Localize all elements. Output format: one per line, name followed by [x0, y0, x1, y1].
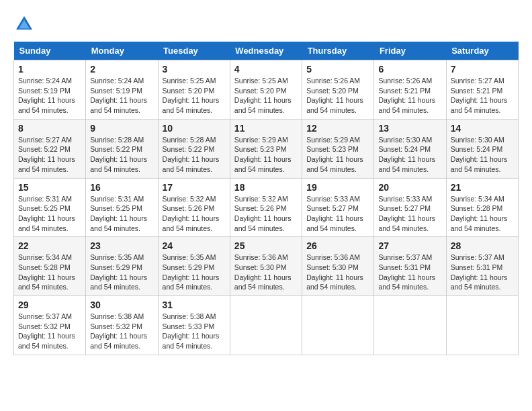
calendar-cell: 28 Sunrise: 5:37 AMSunset: 5:31 PMDaylig… — [446, 237, 518, 296]
day-number: 10 — [163, 123, 226, 134]
day-info: Sunrise: 5:30 AMSunset: 5:24 PMDaylight:… — [378, 136, 435, 173]
calendar-cell: 10 Sunrise: 5:28 AMSunset: 5:22 PMDaylig… — [158, 119, 230, 178]
calendar-cell: 17 Sunrise: 5:32 AMSunset: 5:26 PMDaylig… — [158, 178, 230, 237]
day-info: Sunrise: 5:26 AMSunset: 5:21 PMDaylight:… — [378, 77, 435, 114]
day-info: Sunrise: 5:34 AMSunset: 5:28 PMDaylight:… — [451, 195, 508, 232]
calendar-cell: 9 Sunrise: 5:28 AMSunset: 5:22 PMDayligh… — [86, 119, 158, 178]
calendar-cell — [302, 296, 374, 355]
day-number: 30 — [90, 300, 153, 310]
calendar-cell — [230, 296, 302, 355]
day-number: 19 — [306, 182, 369, 193]
day-number: 6 — [378, 64, 441, 75]
day-number: 28 — [451, 240, 514, 251]
day-info: Sunrise: 5:27 AMSunset: 5:21 PMDaylight:… — [451, 77, 508, 114]
day-number: 1 — [18, 64, 81, 75]
day-info: Sunrise: 5:32 AMSunset: 5:26 PMDaylight:… — [234, 195, 292, 232]
calendar-cell: 5 Sunrise: 5:26 AMSunset: 5:20 PMDayligh… — [302, 60, 374, 120]
calendar-cell: 12 Sunrise: 5:29 AMSunset: 5:23 PMDaylig… — [302, 119, 374, 178]
day-number: 14 — [451, 123, 514, 134]
day-number: 13 — [378, 123, 441, 134]
calendar-cell: 6 Sunrise: 5:26 AMSunset: 5:21 PMDayligh… — [374, 60, 446, 120]
calendar-cell: 11 Sunrise: 5:29 AMSunset: 5:23 PMDaylig… — [230, 119, 302, 178]
day-info: Sunrise: 5:33 AMSunset: 5:27 PMDaylight:… — [306, 195, 363, 232]
weekday-header-friday: Friday — [374, 42, 446, 60]
calendar-cell: 25 Sunrise: 5:36 AMSunset: 5:30 PMDaylig… — [230, 237, 302, 296]
day-info: Sunrise: 5:37 AMSunset: 5:31 PMDaylight:… — [451, 253, 508, 291]
day-number: 21 — [451, 182, 514, 193]
day-number: 20 — [378, 182, 441, 193]
calendar-cell: 16 Sunrise: 5:31 AMSunset: 5:25 PMDaylig… — [86, 178, 158, 237]
day-number: 9 — [90, 123, 153, 134]
weekday-header-saturday: Saturday — [446, 42, 518, 60]
weekday-header-tuesday: Tuesday — [158, 42, 230, 60]
day-info: Sunrise: 5:30 AMSunset: 5:24 PMDaylight:… — [451, 136, 508, 173]
day-info: Sunrise: 5:31 AMSunset: 5:25 PMDaylight:… — [18, 195, 75, 232]
day-info: Sunrise: 5:35 AMSunset: 5:29 PMDaylight:… — [163, 253, 220, 291]
day-info: Sunrise: 5:31 AMSunset: 5:25 PMDaylight:… — [90, 195, 147, 232]
calendar-cell — [446, 296, 518, 355]
day-info: Sunrise: 5:36 AMSunset: 5:30 PMDaylight:… — [234, 253, 292, 291]
day-number: 16 — [90, 182, 153, 193]
calendar-cell: 14 Sunrise: 5:30 AMSunset: 5:24 PMDaylig… — [446, 119, 518, 178]
weekday-header-wednesday: Wednesday — [230, 42, 302, 60]
day-info: Sunrise: 5:26 AMSunset: 5:20 PMDaylight:… — [306, 77, 363, 114]
day-info: Sunrise: 5:38 AMSunset: 5:33 PMDaylight:… — [163, 312, 220, 350]
day-number: 29 — [18, 300, 81, 310]
day-number: 23 — [90, 240, 153, 251]
day-info: Sunrise: 5:33 AMSunset: 5:27 PMDaylight:… — [378, 195, 435, 232]
day-number: 25 — [234, 240, 298, 251]
calendar-cell: 3 Sunrise: 5:25 AMSunset: 5:20 PMDayligh… — [158, 60, 230, 120]
day-number: 7 — [451, 64, 514, 75]
calendar-cell — [374, 296, 446, 355]
weekday-header-monday: Monday — [86, 42, 158, 60]
page-header — [13, 13, 519, 35]
day-number: 3 — [163, 64, 226, 75]
day-info: Sunrise: 5:37 AMSunset: 5:31 PMDaylight:… — [378, 253, 435, 291]
day-number: 11 — [234, 123, 298, 134]
day-number: 15 — [18, 182, 81, 193]
calendar-cell: 1 Sunrise: 5:24 AMSunset: 5:19 PMDayligh… — [14, 60, 86, 120]
calendar-cell: 8 Sunrise: 5:27 AMSunset: 5:22 PMDayligh… — [14, 119, 86, 178]
day-number: 22 — [18, 240, 81, 251]
calendar-cell: 20 Sunrise: 5:33 AMSunset: 5:27 PMDaylig… — [374, 178, 446, 237]
day-number: 2 — [90, 64, 153, 75]
day-info: Sunrise: 5:37 AMSunset: 5:32 PMDaylight:… — [18, 312, 75, 350]
day-number: 18 — [234, 182, 298, 193]
day-info: Sunrise: 5:35 AMSunset: 5:29 PMDaylight:… — [90, 253, 147, 291]
calendar-cell: 4 Sunrise: 5:25 AMSunset: 5:20 PMDayligh… — [230, 60, 302, 120]
day-info: Sunrise: 5:32 AMSunset: 5:26 PMDaylight:… — [163, 195, 220, 232]
calendar-cell: 24 Sunrise: 5:35 AMSunset: 5:29 PMDaylig… — [158, 237, 230, 296]
day-info: Sunrise: 5:24 AMSunset: 5:19 PMDaylight:… — [90, 77, 147, 114]
calendar-cell: 13 Sunrise: 5:30 AMSunset: 5:24 PMDaylig… — [374, 119, 446, 178]
day-info: Sunrise: 5:25 AMSunset: 5:20 PMDaylight:… — [234, 77, 292, 114]
calendar-cell: 7 Sunrise: 5:27 AMSunset: 5:21 PMDayligh… — [446, 60, 518, 120]
day-number: 12 — [306, 123, 369, 134]
day-number: 8 — [18, 123, 81, 134]
day-info: Sunrise: 5:25 AMSunset: 5:20 PMDaylight:… — [163, 77, 220, 114]
day-info: Sunrise: 5:29 AMSunset: 5:23 PMDaylight:… — [234, 136, 292, 173]
day-info: Sunrise: 5:34 AMSunset: 5:28 PMDaylight:… — [18, 253, 75, 291]
day-number: 26 — [306, 240, 369, 251]
calendar-cell: 18 Sunrise: 5:32 AMSunset: 5:26 PMDaylig… — [230, 178, 302, 237]
calendar-cell: 31 Sunrise: 5:38 AMSunset: 5:33 PMDaylig… — [158, 296, 230, 355]
day-number: 5 — [306, 64, 369, 75]
day-number: 27 — [378, 240, 441, 251]
day-number: 4 — [234, 64, 298, 75]
calendar-cell: 26 Sunrise: 5:36 AMSunset: 5:30 PMDaylig… — [302, 237, 374, 296]
day-info: Sunrise: 5:24 AMSunset: 5:19 PMDaylight:… — [18, 77, 75, 114]
day-number: 31 — [163, 300, 226, 310]
calendar-cell: 29 Sunrise: 5:37 AMSunset: 5:32 PMDaylig… — [14, 296, 86, 355]
weekday-header-thursday: Thursday — [302, 42, 374, 60]
day-info: Sunrise: 5:29 AMSunset: 5:23 PMDaylight:… — [306, 136, 363, 173]
calendar-cell: 15 Sunrise: 5:31 AMSunset: 5:25 PMDaylig… — [14, 178, 86, 237]
calendar-cell: 21 Sunrise: 5:34 AMSunset: 5:28 PMDaylig… — [446, 178, 518, 237]
logo — [13, 13, 39, 35]
calendar-cell: 22 Sunrise: 5:34 AMSunset: 5:28 PMDaylig… — [14, 237, 86, 296]
day-info: Sunrise: 5:38 AMSunset: 5:32 PMDaylight:… — [90, 312, 147, 350]
weekday-header-sunday: Sunday — [14, 42, 86, 60]
calendar-table: SundayMondayTuesdayWednesdayThursdayFrid… — [13, 42, 519, 355]
day-info: Sunrise: 5:28 AMSunset: 5:22 PMDaylight:… — [90, 136, 147, 173]
calendar-cell: 19 Sunrise: 5:33 AMSunset: 5:27 PMDaylig… — [302, 178, 374, 237]
logo-icon — [13, 13, 35, 35]
day-number: 24 — [163, 240, 226, 251]
